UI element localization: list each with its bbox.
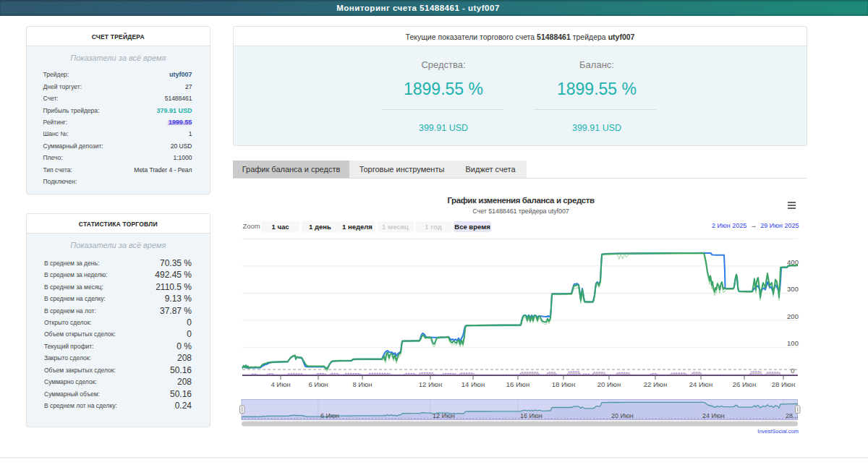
svg-text:6 Июн: 6 Июн [308,380,328,388]
svg-text:300: 300 [787,285,799,293]
svg-text:16 Июн: 16 Июн [520,412,542,419]
svg-text:16 Июн: 16 Июн [506,380,529,388]
svg-text:24 Июн: 24 Июн [689,380,712,388]
svg-text:0: 0 [791,367,794,375]
svg-text:100: 100 [787,339,799,347]
svg-text:18 Июн: 18 Июн [552,380,575,388]
svg-text:200: 200 [787,312,799,320]
svg-text:26 Июн: 26 Июн [733,380,756,388]
svg-text:12 Июн: 12 Июн [433,412,455,419]
svg-text:28 Июн: 28 Июн [772,380,795,388]
svg-text:12 Июн: 12 Июн [419,380,442,388]
svg-text:14 Июн: 14 Июн [461,380,485,388]
svg-text:24 Июн: 24 Июн [702,412,725,419]
svg-text:6 Июн: 6 Июн [320,412,339,419]
svg-text:400: 400 [787,258,799,266]
svg-text:20 Июн: 20 Июн [611,412,634,419]
svg-text:8 Июн: 8 Июн [352,380,372,388]
svg-text:4 Июн: 4 Июн [271,380,290,388]
svg-text:22 Июн: 22 Июн [644,380,667,388]
svg-text:20 Июн: 20 Июн [597,380,621,388]
